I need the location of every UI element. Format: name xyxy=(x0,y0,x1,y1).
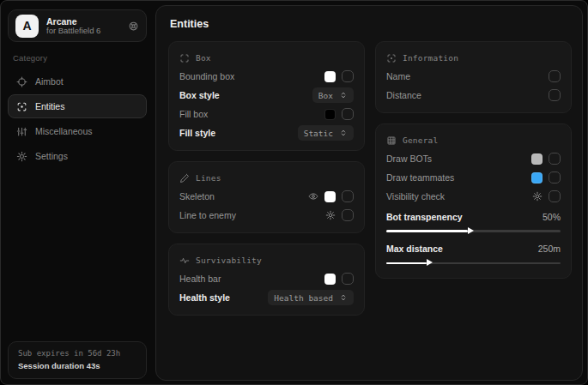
category-label: Category xyxy=(13,53,142,63)
info-scan-icon xyxy=(386,53,397,63)
lines-card: Lines Skeleton Line to enemy xyxy=(168,161,365,233)
sidebar-item-entities[interactable]: Entities xyxy=(8,94,147,118)
crosshair-icon xyxy=(16,76,27,87)
name-checkbox[interactable] xyxy=(549,70,561,82)
sidebar-nav: Aimbot Entities Miscellaneous Settings xyxy=(8,69,147,168)
general-card: General Draw BOTs Draw teammates xyxy=(375,123,572,279)
bounding-box-row: Bounding box xyxy=(179,67,354,86)
lines-card-title: Lines xyxy=(196,173,221,183)
bot-transparency-slider-block: Bot transpenency 50% xyxy=(386,206,561,232)
line-to-enemy-label: Line to enemy xyxy=(179,210,319,220)
information-card: Information Name Distance xyxy=(375,41,572,113)
max-distance-slider[interactable] xyxy=(386,262,561,265)
draw-bots-color-swatch[interactable] xyxy=(531,153,543,165)
gear-icon[interactable] xyxy=(325,210,336,220)
main-panel: Entities Box Bounding box xyxy=(155,5,583,381)
draw-teammates-color-swatch[interactable] xyxy=(531,172,543,183)
pulse-icon xyxy=(179,256,190,266)
sub-expiry-text: Sub expires in 56d 23h xyxy=(18,348,136,360)
visibility-check-label: Visibility check xyxy=(386,191,526,202)
fill-box-checkbox[interactable] xyxy=(342,108,354,120)
box-style-label: Box style xyxy=(179,90,306,100)
brand-name: Arcane xyxy=(46,16,120,27)
chevron-up-down-icon xyxy=(339,293,348,302)
box-card-header: Box xyxy=(179,49,354,67)
page-title: Entities xyxy=(170,18,572,30)
fill-box-color-swatch[interactable] xyxy=(324,109,336,120)
slider-fill xyxy=(386,230,468,232)
fill-style-dropdown[interactable]: Static xyxy=(298,125,354,141)
box-card-title: Box xyxy=(196,53,211,63)
survivability-card-header: Survivability xyxy=(179,251,354,269)
eye-icon[interactable] xyxy=(308,191,318,202)
distance-label: Distance xyxy=(386,90,543,100)
line-to-enemy-row: Line to enemy xyxy=(179,206,354,225)
dial-icon[interactable] xyxy=(128,21,139,32)
chevron-up-down-icon xyxy=(339,129,348,137)
health-bar-row: Health bar xyxy=(179,269,354,288)
bounding-box-color-swatch[interactable] xyxy=(324,71,336,82)
sidebar-item-miscellaneous[interactable]: Miscellaneous xyxy=(8,119,147,143)
draw-bots-label: Draw BOTs xyxy=(386,153,525,164)
draw-bots-checkbox[interactable] xyxy=(549,153,561,165)
sidebar-item-label: Miscellaneous xyxy=(35,126,93,136)
box-style-dropdown[interactable]: Box xyxy=(312,87,354,103)
sidebar-item-label: Entities xyxy=(35,101,64,111)
skeleton-row: Skeleton xyxy=(179,187,354,206)
general-card-header: General xyxy=(386,131,561,149)
general-card-title: General xyxy=(403,135,438,145)
box-brackets-icon xyxy=(179,53,190,63)
brand-text: Arcane for Battlefield 6 xyxy=(46,16,120,36)
information-card-title: Information xyxy=(403,53,458,63)
max-distance-label: Max distance xyxy=(386,244,538,254)
skeleton-label: Skeleton xyxy=(179,191,302,202)
grid-icon xyxy=(386,135,397,146)
scan-icon xyxy=(16,101,27,112)
box-card: Box Bounding box Box style Box xyxy=(168,41,365,151)
distance-checkbox[interactable] xyxy=(549,89,561,101)
bot-transparency-slider[interactable] xyxy=(386,230,561,232)
gear-icon xyxy=(16,151,27,162)
name-label: Name xyxy=(386,71,543,81)
line-to-enemy-checkbox[interactable] xyxy=(342,209,354,221)
sidebar-item-settings[interactable]: Settings xyxy=(8,144,147,168)
draw-teammates-label: Draw teammates xyxy=(386,172,525,183)
fill-style-value: Static xyxy=(304,129,333,138)
name-row: Name xyxy=(386,67,561,86)
visibility-check-checkbox[interactable] xyxy=(549,190,561,202)
sidebar-item-label: Aimbot xyxy=(35,76,64,87)
sidebar-item-label: Settings xyxy=(35,151,68,161)
fill-style-label: Fill style xyxy=(179,128,292,138)
session-duration-text: Session duration 43s xyxy=(18,360,136,372)
sidebar-item-aimbot[interactable]: Aimbot xyxy=(8,69,147,93)
information-card-header: Information xyxy=(386,49,561,67)
bot-transparency-label: Bot transpenency xyxy=(386,212,543,222)
bot-transparency-value: 50% xyxy=(543,212,561,222)
bounding-box-checkbox[interactable] xyxy=(342,70,354,82)
box-style-value: Box xyxy=(318,91,333,100)
sidebar: A Arcane for Battlefield 6 Category Aimb… xyxy=(1,1,154,384)
brand-avatar: A xyxy=(15,15,39,38)
survivability-card-title: Survivability xyxy=(196,256,262,265)
survivability-card: Survivability Health bar Health style He… xyxy=(168,244,365,316)
health-style-value: Health based xyxy=(274,293,333,303)
health-style-label: Health style xyxy=(179,292,262,303)
draw-teammates-row: Draw teammates xyxy=(386,168,561,187)
brand-subtitle: for Battlefield 6 xyxy=(46,27,120,36)
max-distance-value: 250m xyxy=(538,244,561,254)
health-style-dropdown[interactable]: Health based xyxy=(268,290,354,305)
health-style-row: Health style Health based xyxy=(179,288,354,307)
arcane-menu-window: A Arcane for Battlefield 6 Category Aimb… xyxy=(0,0,588,385)
box-style-row: Box style Box xyxy=(179,86,354,105)
chevron-up-down-icon xyxy=(339,91,348,99)
draw-teammates-checkbox[interactable] xyxy=(549,171,561,183)
health-bar-checkbox[interactable] xyxy=(342,273,354,285)
health-bar-color-swatch[interactable] xyxy=(324,274,336,285)
skeleton-color-swatch[interactable] xyxy=(324,191,336,202)
gear-icon[interactable] xyxy=(532,191,543,202)
fill-style-row: Fill style Static xyxy=(179,123,354,142)
slider-fill xyxy=(386,262,427,265)
fill-box-label: Fill box xyxy=(179,109,318,119)
skeleton-checkbox[interactable] xyxy=(342,190,354,202)
distance-row: Distance xyxy=(386,86,561,105)
